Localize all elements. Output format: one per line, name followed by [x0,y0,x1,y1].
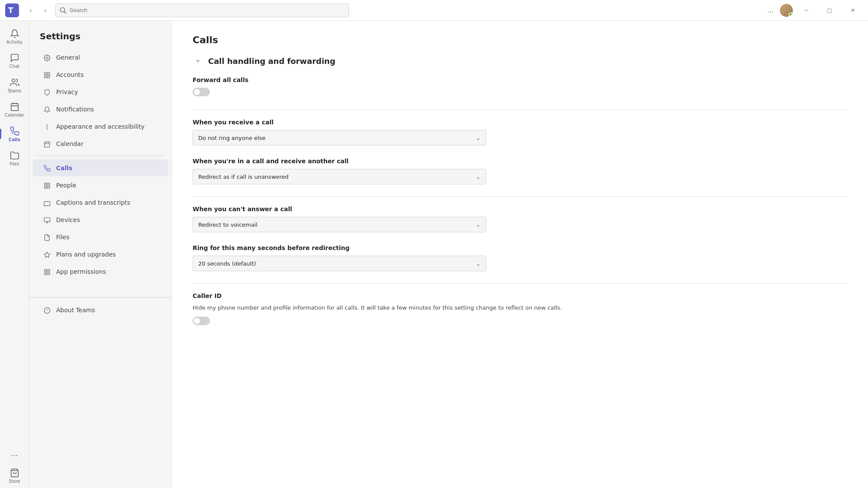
avatar-status [789,13,793,17]
menu-devices-icon [43,215,51,224]
svg-rect-3 [11,104,18,111]
when-cant-answer-label: When you can't answer a call [193,206,847,212]
settings-menu-permissions-label: App permissions [56,268,106,275]
sidebar-item-activity[interactable]: Activity [0,25,29,48]
svg-rect-23 [44,186,47,188]
svg-rect-29 [44,269,47,272]
when-cant-answer-chevron: ⌄ [476,222,481,228]
active-indicator [0,129,1,139]
settings-menu-captions[interactable]: Captions and transcripts [33,194,168,211]
settings-menu-privacy[interactable]: Privacy [33,83,168,100]
ring-seconds-dropdown[interactable]: 20 seconds (default) ⌄ [193,256,486,271]
sidebar-item-calendar[interactable]: Calendar [0,98,29,121]
menu-plans-icon [43,250,51,258]
general-icon [43,53,51,61]
sidebar-item-calls[interactable]: Calls [0,123,29,146]
forward-all-calls-toggle[interactable] [193,88,210,96]
svg-rect-30 [48,269,50,272]
nav-arrows: ‹ › [24,4,52,17]
section-collapse-button[interactable] [193,56,203,66]
chat-icon [10,53,19,63]
svg-rect-11 [48,76,50,78]
sidebar-item-chat-label: Chat [10,64,19,69]
privacy-icon [43,88,51,96]
svg-rect-10 [48,73,50,75]
close-button[interactable]: ✕ [843,3,863,17]
settings-menu-calendar[interactable]: Calendar [33,135,168,152]
svg-point-8 [46,57,48,59]
sidebar-item-chat[interactable]: Chat [0,50,29,73]
settings-menu-notifications[interactable]: Notifications [33,101,168,117]
search-bar[interactable] [55,3,349,17]
forward-all-calls-row: Forward all calls [193,76,847,98]
settings-menu-permissions[interactable]: App permissions [33,263,168,280]
divider-3 [193,283,847,284]
when-receive-call-row: When you receive a call Do not ring anyo… [193,119,847,146]
sidebar-item-store[interactable]: Store [0,465,29,488]
divider-2 [193,196,847,197]
svg-rect-9 [44,73,47,75]
when-receive-call-dropdown[interactable]: Do not ring anyone else ⌄ [193,130,486,146]
settings-title: Settings [29,28,171,48]
settings-menu-calls[interactable]: Calls [33,159,168,176]
settings-menu-people[interactable]: People [33,177,168,193]
ring-seconds-chevron: ⌄ [476,260,481,267]
ring-seconds-value: 20 seconds (default) [198,260,256,267]
avatar[interactable] [780,4,793,17]
settings-bottom: About Teams [29,297,171,322]
settings-menu-plans[interactable]: Plans and upgrades [33,246,168,263]
minimize-button[interactable]: ─ [796,3,816,17]
files-icon [10,151,19,161]
maximize-button[interactable]: □ [820,3,839,17]
more-options-button[interactable]: ... [764,4,776,16]
settings-menu-general-label: General [56,54,80,61]
settings-menu-people-label: People [56,182,76,189]
when-receive-call-label: When you receive a call [193,119,847,126]
settings-menu-general[interactable]: General [33,49,168,66]
when-cant-answer-row: When you can't answer a call Redirect to… [193,206,847,232]
caller-id-toggle-thumb [194,318,200,324]
svg-point-14 [47,124,47,125]
appearance-icon [43,122,51,130]
page-title: Calls [193,35,847,45]
menu-permissions-icon [43,267,51,276]
settings-menu-appearance[interactable]: Appearance and accessibility [33,118,168,135]
settings-menu-files-label: Files [56,234,70,241]
settings-menu-devices[interactable]: Devices [33,211,168,228]
svg-rect-21 [48,183,50,185]
svg-marker-28 [44,252,50,257]
settings-menu-accounts[interactable]: Accounts [33,66,168,83]
sidebar-item-teams[interactable]: Teams [0,74,29,97]
store-icon [10,468,19,478]
svg-rect-32 [44,273,47,275]
svg-rect-20 [44,183,47,185]
menu-about-icon [43,306,51,314]
section-header: Call handling and forwarding [193,56,847,66]
search-icon [60,7,66,13]
caller-id-description: Hide my phone number and profile informa… [193,304,847,312]
when-cant-answer-dropdown[interactable]: Redirect to voicemail ⌄ [193,217,486,232]
settings-menu-captions-label: Captions and transcripts [56,199,130,206]
settings-menu-notifications-label: Notifications [56,106,94,113]
caller-id-label: Caller ID [193,292,847,299]
settings-menu-about-label: About Teams [56,307,95,314]
ring-seconds-row: Ring for this many seconds before redire… [193,244,847,271]
nav-back-button[interactable]: ‹ [24,4,37,17]
sidebar-item-files[interactable]: Files [0,147,29,170]
more-icon: ··· [11,452,18,459]
settings-menu-devices-label: Devices [56,216,80,223]
sidebar-item-more[interactable]: ··· [0,448,29,463]
settings-menu-about[interactable]: About Teams [33,301,168,318]
settings-menu-files[interactable]: Files [33,228,168,245]
caller-id-toggle[interactable] [193,317,210,325]
svg-text:T: T [8,6,13,15]
titlebar-right: ... ─ □ ✕ [764,3,863,17]
when-in-call-dropdown[interactable]: Redirect as if call is unanswered ⌄ [193,169,486,184]
search-input[interactable] [70,7,344,13]
settings-menu-plans-label: Plans and upgrades [56,251,116,258]
activity-icon [10,29,19,38]
settings-menu-appearance-label: Appearance and accessibility [56,123,145,130]
nav-forward-button[interactable]: › [39,4,52,17]
svg-point-13 [47,127,47,127]
svg-rect-31 [48,273,50,275]
